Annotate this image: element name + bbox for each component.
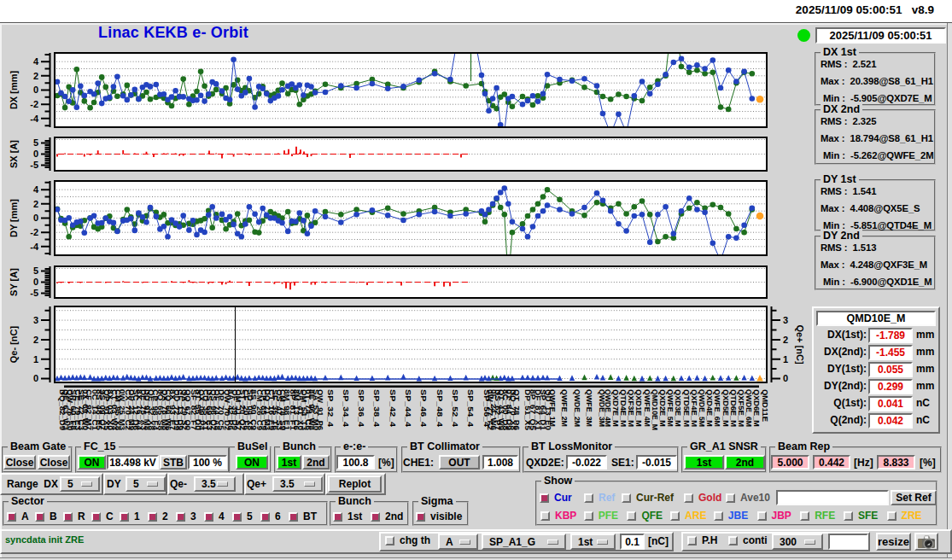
svg-text:QWFE_6M: QWFE_6M: [713, 389, 721, 427]
svg-text:QWDE_4M: QWDE_4M: [604, 389, 612, 427]
svg-text:-2: -2: [30, 227, 38, 237]
svg-text:2: 2: [33, 71, 38, 81]
svg-text:QXD7E_M: QXD7E_M: [611, 389, 620, 427]
svg-text:QXD5E_M: QXD5E_M: [721, 389, 730, 427]
svg-text:-4: -4: [30, 242, 39, 252]
svg-text:SP_36_4: SP_36_4: [357, 389, 365, 428]
svg-text:SP_48_4: SP_48_4: [435, 389, 444, 428]
svg-text:2: 2: [33, 335, 38, 345]
svg-text:QTD4E_M: QTD4E_M: [619, 389, 628, 427]
svg-text:QXD2E_M: QXD2E_M: [658, 389, 667, 427]
svg-text:QXF5E_M: QXF5E_M: [737, 389, 745, 427]
svg-text:0: 0: [33, 149, 38, 159]
svg-text:QMD10E_M: QMD10E_M: [651, 389, 659, 430]
svg-text:QT_78_P6: QT_78_P6: [512, 389, 521, 430]
svg-text:SY [A]: SY [A]: [9, 268, 19, 296]
svg-text:QWFE_5M: QWFE_5M: [666, 389, 675, 427]
svg-text:2: 2: [783, 335, 788, 345]
svg-text:SP_42_4: SP_42_4: [388, 389, 397, 428]
svg-text:1: 1: [783, 354, 788, 365]
svg-text:5: 5: [33, 265, 38, 276]
svg-text:QWFE_4M: QWFE_4M: [643, 389, 651, 427]
svg-text:QXD6E_M: QXD6E_M: [752, 389, 761, 427]
svg-text:QWDE_2M: QWDE_2M: [573, 389, 581, 427]
svg-text:QXD1E_M: QXD1E_M: [634, 389, 643, 427]
svg-text:QTD6E_M: QTD6E_M: [729, 389, 738, 427]
svg-text:-2: -2: [30, 99, 38, 109]
svg-text:4: 4: [33, 184, 39, 195]
svg-text:QTD5E_M: QTD5E_M: [682, 389, 691, 427]
svg-text:QXD3E_M: QXD3E_M: [674, 389, 682, 427]
svg-text:QXF3E_M: QXF3E_M: [627, 389, 635, 427]
svg-text:Qe- [nC]: Qe- [nC]: [9, 325, 19, 363]
svg-text:QWFE_1M: QWFE_1M: [548, 389, 557, 427]
svg-text:SP_38_4: SP_38_4: [372, 389, 381, 428]
svg-text:4: 4: [33, 56, 39, 67]
svg-text:SX [A]: SX [A]: [9, 140, 19, 168]
svg-text:-5: -5: [30, 160, 38, 170]
svg-text:0: 0: [33, 85, 38, 95]
svg-text:SP_44_4: SP_44_4: [404, 389, 412, 428]
svg-text:1: 1: [33, 354, 38, 365]
svg-text:Qe+ [nC]: Qe+ [nC]: [795, 324, 805, 364]
svg-text:0: 0: [33, 277, 38, 287]
svg-text:SP_34_4: SP_34_4: [342, 389, 350, 428]
svg-text:QXF4E_M: QXF4E_M: [690, 389, 698, 427]
svg-text:OW_91_P6: OW_91_P6: [316, 389, 324, 430]
svg-text:SP_54_4: SP_54_4: [466, 389, 475, 428]
svg-text:0: 0: [33, 373, 38, 383]
svg-text:-4: -4: [30, 114, 39, 124]
svg-text:DY [mm]: DY [mm]: [9, 199, 19, 237]
svg-text:QXD4E_M: QXD4E_M: [705, 389, 714, 427]
svg-text:2: 2: [33, 199, 38, 209]
svg-text:5: 5: [33, 137, 38, 148]
svg-text:0: 0: [783, 373, 788, 383]
svg-text:DX [mm]: DX [mm]: [9, 71, 19, 110]
svg-text:QWDE_5M: QWDE_5M: [698, 389, 706, 427]
svg-text:QWFE_2M: QWFE_2M: [560, 389, 569, 427]
svg-text:3: 3: [783, 315, 788, 325]
svg-text:SP_32_4: SP_32_4: [326, 389, 335, 428]
svg-text:SP_46_4: SP_46_4: [419, 389, 428, 428]
svg-text:SP_52_4: SP_52_4: [451, 389, 459, 428]
svg-text:3: 3: [33, 315, 38, 325]
svg-text:QMD11E: QMD11E: [761, 389, 769, 422]
svg-text:-5: -5: [30, 288, 38, 298]
svg-text:QWFE_3M: QWFE_3M: [585, 389, 593, 427]
svg-text:0: 0: [33, 213, 38, 223]
svg-text:QWDE_6M: QWDE_6M: [745, 389, 753, 427]
